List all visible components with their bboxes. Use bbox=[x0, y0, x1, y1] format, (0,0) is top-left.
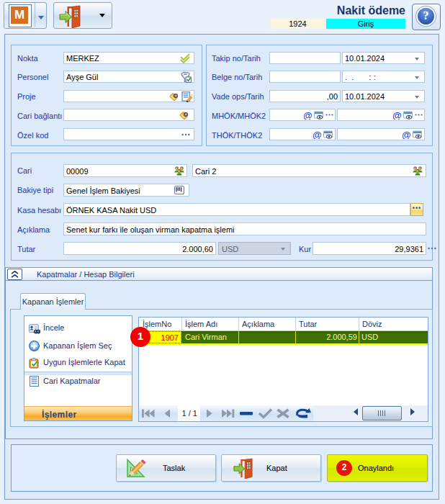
svg-text:1 / 1: 1 / 1 bbox=[182, 409, 197, 418]
